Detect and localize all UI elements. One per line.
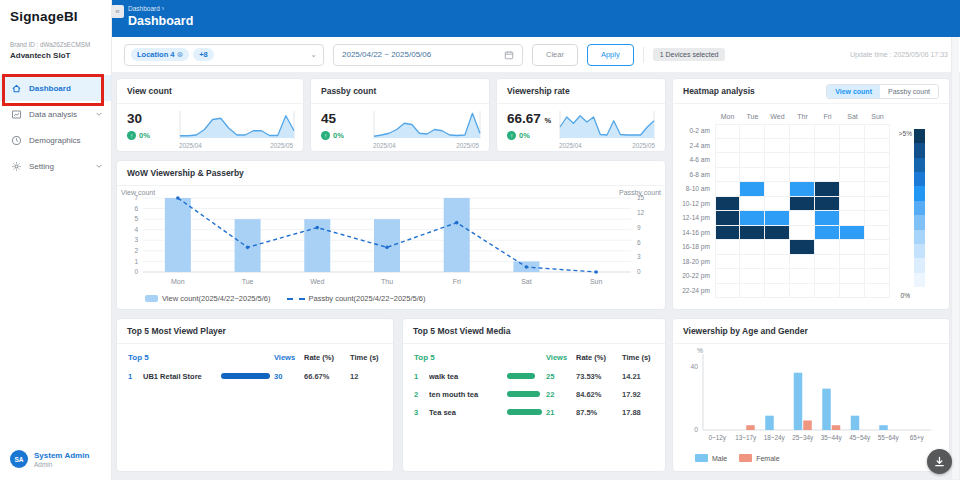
heatmap-cell <box>790 269 815 284</box>
card-title: Passby count <box>311 79 489 104</box>
kpi-value: 66.67 % <box>507 111 551 126</box>
apply-button[interactable]: Apply <box>587 44 634 66</box>
heatmap-cell <box>715 168 740 183</box>
right-axis-label: Passby count <box>619 189 661 196</box>
heatmap-cell <box>840 197 865 212</box>
heatmap-cell <box>765 139 790 154</box>
more-locations-tag[interactable]: +8 <box>193 48 214 61</box>
heatmap-cell <box>815 168 840 183</box>
heatmap-corner <box>679 109 715 124</box>
card-title: Viewership rate <box>497 79 665 104</box>
heatmap-cell <box>840 226 865 241</box>
legend-step <box>914 273 925 287</box>
kpi-delta: ↑0% <box>127 131 171 140</box>
trend-up-icon: ↑ <box>127 131 136 140</box>
sidebar-menu: DashboardData analysisDemographicsSettin… <box>0 75 111 179</box>
toggle-passby-count[interactable]: Passby count <box>880 85 938 98</box>
legend-step <box>914 172 925 186</box>
card-title: WoW Viewership & Passerby <box>117 161 665 186</box>
heatmap-cell <box>865 240 890 255</box>
heatmap-cell <box>715 226 740 241</box>
user-profile[interactable]: SA System Admin Admin <box>10 450 89 468</box>
heatmap-legend: >5% 0% <box>894 124 926 298</box>
heatmap-cell <box>840 284 865 299</box>
breadcrumb[interactable]: Dashboard › <box>128 5 944 12</box>
page-header: Dashboard › Dashboard <box>112 0 960 37</box>
heatmap-hour-label: 12-14 pm <box>679 211 715 226</box>
table-row: 2ten mouth tea2284.62%17.92 <box>414 385 654 403</box>
legend-step <box>914 230 925 244</box>
trend-up-icon: ↑ <box>507 131 516 140</box>
location-tag[interactable]: Location 4⊗ <box>131 48 189 61</box>
heatmap-hour-label: 20-22 pm <box>679 269 715 284</box>
calendar-icon[interactable] <box>504 50 514 60</box>
date-range-value: 2025/04/22 ~ 2025/05/06 <box>342 50 431 59</box>
heatmap-cell <box>840 182 865 197</box>
heatmap-cell <box>815 269 840 284</box>
card-title: Top 5 Most Viewd Media <box>403 319 665 344</box>
heatmap-cell <box>865 124 890 139</box>
heatmap-cell <box>740 240 765 255</box>
card-title: Top 5 Most Viewd Player <box>117 319 393 344</box>
svg-text:12: 12 <box>637 209 645 216</box>
heatmap-cell <box>840 139 865 154</box>
heatmap-cell <box>840 153 865 168</box>
sidebar-item-label: Dashboard <box>29 84 103 93</box>
sidebar-collapse-button[interactable]: « <box>111 5 124 18</box>
heatmap-hour-label: 2-4 am <box>679 139 715 154</box>
sidebar-item-data-analysis[interactable]: Data analysis <box>0 101 111 127</box>
heatmap-hour-label: 4-6 am <box>679 153 715 168</box>
clear-button[interactable]: Clear <box>532 44 578 66</box>
heatmap-cell <box>740 284 765 299</box>
remove-tag-icon[interactable]: ⊗ <box>177 50 184 59</box>
sidebar-item-label: Demographics <box>29 136 103 145</box>
heatmap-cell <box>790 168 815 183</box>
sidebar-item-dashboard[interactable]: Dashboard <box>0 75 111 101</box>
legend-gradient-bar <box>914 129 925 287</box>
heatmap-cell <box>790 211 815 226</box>
heatmap-hour-label: 18-20 pm <box>679 255 715 270</box>
bar-legend-swatch <box>145 295 158 302</box>
sidebar-item-demographics[interactable]: Demographics <box>0 127 111 153</box>
heatmap-cell <box>840 269 865 284</box>
column-header-time: Time (s) <box>622 353 654 362</box>
heatmap-cell <box>790 240 815 255</box>
heatmap-cell <box>865 226 890 241</box>
heatmap-cell <box>740 168 765 183</box>
legend-step <box>914 258 925 272</box>
chart-icon <box>11 109 22 120</box>
heatmap-cell <box>740 139 765 154</box>
legend-step <box>914 129 925 143</box>
download-button[interactable] <box>927 449 952 474</box>
chevron-down-icon: ⌄ <box>310 50 317 59</box>
toggle-view-count[interactable]: View count <box>827 85 880 98</box>
heatmap-cell <box>840 168 865 183</box>
scrollbar[interactable] <box>951 37 959 479</box>
heatmap-cell <box>865 168 890 183</box>
location-select[interactable]: Location 4⊗ +8 ⌄ <box>124 44 324 66</box>
heatmap-hour-label: 14-16 pm <box>679 226 715 241</box>
svg-text:1: 1 <box>134 258 138 265</box>
sidebar-item-label: Data analysis <box>29 110 88 119</box>
download-icon <box>934 456 945 467</box>
sidebar-item-setting[interactable]: Setting <box>0 153 111 179</box>
clock-icon <box>11 135 22 146</box>
table-row: 3Tea sea2187.5%17.88 <box>414 403 654 421</box>
heatmap-cell <box>790 197 815 212</box>
page-title: Dashboard <box>128 14 944 28</box>
heatmap-cell <box>815 284 840 299</box>
heatmap-cell <box>815 226 840 241</box>
svg-text:0: 0 <box>694 426 698 433</box>
heatmap-cell <box>790 182 815 197</box>
svg-text:0: 0 <box>134 268 138 275</box>
heatmap-cell <box>765 168 790 183</box>
svg-text:13~17y: 13~17y <box>735 434 757 442</box>
user-name: System Admin <box>34 451 89 460</box>
svg-text:Tue: Tue <box>242 278 254 285</box>
heatmap-cell <box>765 284 790 299</box>
top-player-card: Top 5 Most Viewd Player Top 5 Views Rate… <box>116 318 394 472</box>
heatmap-cell <box>765 226 790 241</box>
sidebar-item-label: Setting <box>29 162 88 171</box>
heatmap-cell <box>790 226 815 241</box>
date-range-input[interactable]: 2025/04/22 ~ 2025/05/06 <box>333 44 523 66</box>
